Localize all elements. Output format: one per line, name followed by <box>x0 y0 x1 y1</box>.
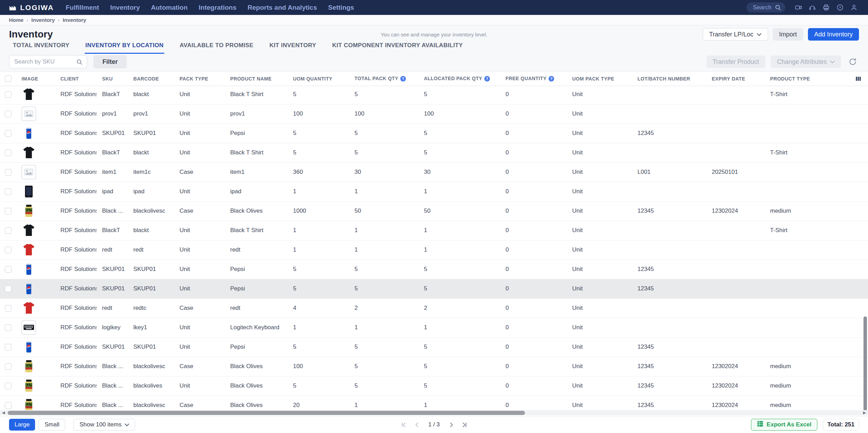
column-header-free-quantity[interactable]: FREE QUANTITY? <box>500 71 567 86</box>
nav-item-inventory[interactable]: Inventory <box>110 4 140 11</box>
row-checkbox[interactable] <box>5 383 11 389</box>
table-row[interactable]: RDF SolutionsBlack ...blackolivescCaseBl… <box>0 357 868 376</box>
info-icon[interactable]: ? <box>484 76 490 82</box>
vertical-scrollbar-thumb[interactable] <box>863 316 867 413</box>
table-row[interactable]: RDF SolutionsBlackTblacktUnitBlack T Shi… <box>0 143 868 162</box>
table-row[interactable]: RDF Solutionsprov1prov1Unitprov110010010… <box>0 104 868 124</box>
scroll-left-arrow-icon[interactable]: ◀ <box>1 410 6 415</box>
column-header-product-type[interactable]: PRODUCT TYPE <box>765 71 868 86</box>
import-button[interactable]: Import <box>773 28 803 41</box>
sku-search-input[interactable] <box>14 58 73 66</box>
column-header-expiry-date[interactable]: EXPIRY DATE <box>706 71 765 86</box>
row-checkbox[interactable] <box>5 150 11 156</box>
nav-item-integrations[interactable]: Integrations <box>199 4 236 11</box>
table-row[interactable]: RDF SolutionsSKUP01SKUP01UnitPepsi5550Un… <box>0 124 868 143</box>
column-label: LOT/BATCH NUMBER <box>637 76 690 82</box>
tab-inventory-by-location[interactable]: INVENTORY BY LOCATION <box>85 42 164 54</box>
column-header-barcode[interactable]: BARCODE <box>128 71 174 86</box>
transfer-product-button[interactable]: Transfer Product <box>707 56 765 68</box>
brand[interactable]: LOGIWA <box>8 3 54 12</box>
row-checkbox[interactable] <box>5 188 11 195</box>
table-row[interactable]: RDF SolutionsBlackTblacktUnitBlack T Shi… <box>0 86 868 104</box>
nav-search[interactable]: Search <box>746 2 785 12</box>
nav-item-automation[interactable]: Automation <box>151 4 188 11</box>
scroll-right-arrow-icon[interactable]: ▶ <box>862 410 867 415</box>
column-label: UOM PACK TYPE <box>572 76 614 82</box>
horizontal-scrollbar-thumb[interactable] <box>8 411 525 415</box>
profile-icon[interactable] <box>848 2 860 14</box>
filter-button[interactable]: Filter <box>93 55 127 68</box>
table-row[interactable]: RDF Solutionslogikeylkey1UnitLogitech Ke… <box>0 318 868 337</box>
row-checkbox[interactable] <box>5 247 11 253</box>
cell-sku: BlackT <box>97 221 128 240</box>
table-row[interactable]: RDF Solutionsitem1item1cCaseitem13603030… <box>0 162 868 182</box>
nav-item-fulfillment[interactable]: Fulfillment <box>66 4 99 11</box>
row-checkbox[interactable] <box>5 305 11 312</box>
row-checkbox[interactable] <box>5 91 11 98</box>
column-header-lot-batch-number[interactable]: LOT/BATCH NUMBER <box>632 71 706 86</box>
prev-page-button[interactable] <box>411 419 422 430</box>
row-checkbox[interactable] <box>5 363 11 370</box>
table-row[interactable]: RDF SolutionsredtredtcCaseredt4220Unit <box>0 298 868 318</box>
printer-icon[interactable] <box>820 2 832 14</box>
add-inventory-button[interactable]: Add Inventory <box>808 28 859 41</box>
first-page-button[interactable] <box>398 419 409 430</box>
column-header-product-name[interactable]: PRODUCT NAME <box>225 71 287 86</box>
cell-product-type <box>765 260 868 279</box>
row-checkbox[interactable] <box>5 169 11 176</box>
table-row[interactable]: RDF SolutionsSKUP01SKUP01UnitPepsi5550Un… <box>0 337 868 357</box>
change-attributes-button[interactable]: Change Attributes <box>771 56 841 68</box>
cell-uom-pack-type: Unit <box>567 162 632 182</box>
info-icon[interactable]: ? <box>549 76 554 82</box>
transfer-lp-loc-button[interactable]: Transfer LP/Loc <box>703 28 768 41</box>
row-size-small-button[interactable]: Small <box>39 419 65 431</box>
search-icon[interactable] <box>76 59 83 65</box>
column-settings-icon[interactable] <box>855 75 862 83</box>
row-checkbox[interactable] <box>5 286 11 292</box>
show-items-dropdown[interactable]: Show 100 items <box>74 419 135 431</box>
headset-icon[interactable] <box>806 2 818 14</box>
next-page-button[interactable] <box>446 419 457 430</box>
column-header-pack-type[interactable]: PACK TYPE <box>174 71 225 86</box>
video-icon[interactable] <box>792 2 804 14</box>
help-icon[interactable]: ? <box>834 2 846 14</box>
row-checkbox[interactable] <box>5 111 11 117</box>
row-checkbox[interactable] <box>5 344 11 350</box>
column-header-image[interactable]: IMAGE <box>16 71 55 86</box>
column-header-sku[interactable]: SKU <box>97 71 128 86</box>
tab-available-to-promise[interactable]: AVAILABLE TO PROMISE <box>179 42 254 54</box>
select-all-checkbox[interactable] <box>5 75 11 82</box>
row-checkbox[interactable] <box>5 227 11 234</box>
column-header-allocated-pack-qty[interactable]: ALLOCATED PACK QTY? <box>418 71 500 86</box>
column-header-total-pack-qty[interactable]: TOTAL PACK QTY? <box>349 71 418 86</box>
nav-item-reports-and-analytics[interactable]: Reports and Analytics <box>248 4 317 11</box>
table-row[interactable]: RDF SolutionsBlackTblacktUnitBlack T Shi… <box>0 221 868 240</box>
column-header-uom-quantity[interactable]: UOM QUANTITY <box>287 71 349 86</box>
breadcrumb-separator: › <box>27 17 28 23</box>
table-row[interactable]: RDF SolutionsredtredtUnitredt1110Unit <box>0 240 868 260</box>
table-row[interactable]: RDF SolutionsBlack ...blackolivescCaseBl… <box>0 201 868 221</box>
breadcrumb-item-home-0[interactable]: Home <box>9 17 24 23</box>
refresh-icon[interactable] <box>846 56 859 68</box>
table-row[interactable]: RDF SolutionsBlack ...blackolivesUnitBla… <box>0 376 868 396</box>
row-size-large-button[interactable]: Large <box>9 419 35 431</box>
table-row[interactable]: RDF SolutionsSKUP01SKUP01UnitPepsi5550Un… <box>0 279 868 298</box>
tab-kit-inventory[interactable]: KIT INVENTORY <box>269 42 317 54</box>
row-checkbox[interactable] <box>5 324 11 331</box>
table-row[interactable]: RDF SolutionsSKUP01SKUP01UnitPepsi5550Un… <box>0 260 868 279</box>
tab-kit-component-inventory-availability[interactable]: KIT COMPONENT INVENTORY AVAILABILITY <box>332 42 464 54</box>
column-header-uom-pack-type[interactable]: UOM PACK TYPE <box>567 71 632 86</box>
export-excel-button[interactable]: Export As Excel <box>751 419 817 431</box>
info-icon[interactable]: ? <box>400 76 406 82</box>
breadcrumb-item-inventory-1[interactable]: Inventory <box>31 17 55 23</box>
nav-item-settings[interactable]: Settings <box>328 4 354 11</box>
column-header-client[interactable]: CLIENT <box>55 71 97 86</box>
row-checkbox[interactable] <box>5 402 11 409</box>
row-checkbox[interactable] <box>5 130 11 137</box>
sku-search-box <box>9 55 87 68</box>
last-page-button[interactable] <box>459 419 470 430</box>
row-checkbox[interactable] <box>5 266 11 273</box>
table-row[interactable]: RDF SolutionsipadipadUnitipad1110Unit <box>0 182 868 201</box>
row-checkbox[interactable] <box>5 208 11 214</box>
tab-total-inventory[interactable]: TOTAL INVENTORY <box>12 42 70 54</box>
